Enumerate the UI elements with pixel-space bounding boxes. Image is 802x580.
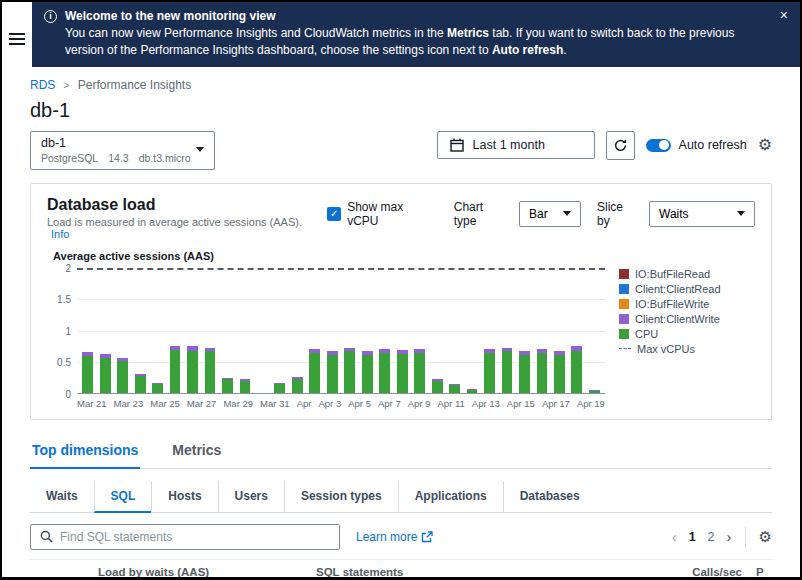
tab-session-types[interactable]: Session types (284, 481, 398, 513)
auto-refresh-toggle[interactable] (646, 139, 671, 152)
x-tick-label: Mar 31 (260, 398, 290, 409)
col-calls-per-sec[interactable]: Calls/sec (670, 566, 742, 578)
chart-type-select[interactable]: Bar (519, 201, 581, 227)
sql-search-input[interactable] (60, 530, 330, 544)
chart-type-value: Bar (529, 207, 548, 221)
slice-by-select[interactable]: Waits (649, 201, 755, 227)
chart-bar-slot[interactable] (533, 268, 550, 393)
chart-bar-slot[interactable] (393, 268, 410, 393)
legend-item-client-clientwrite[interactable]: Client:ClientWrite (619, 313, 755, 325)
bar-segment-cpu (117, 361, 128, 393)
instance-selector-dropdown[interactable]: db-1 PostgreSQL 14.3 db.t3.micro (30, 131, 215, 170)
chart-bar-slot[interactable] (79, 268, 96, 393)
dimension-tabs: Waits SQL Hosts Users Session types Appl… (30, 481, 772, 513)
bar-segment-cpu (397, 354, 408, 393)
chart-bar-slot[interactable] (166, 268, 183, 393)
tab-waits[interactable]: Waits (30, 481, 94, 513)
chart-bar-slot[interactable] (289, 268, 306, 393)
legend-item-max-vcpus[interactable]: Max vCPUs (619, 343, 755, 355)
stacked-bar (152, 383, 163, 393)
stacked-bar (589, 390, 600, 393)
chart-bar-slot[interactable] (428, 268, 445, 393)
color-swatch-icon (619, 269, 629, 279)
chart-bar-slot[interactable] (306, 268, 323, 393)
pagination-next-icon[interactable]: › (727, 529, 732, 544)
learn-more-link[interactable]: Learn more (356, 530, 433, 544)
legend-item-io-buffileread[interactable]: IO:BufFileRead (619, 268, 755, 280)
info-link[interactable]: Info (51, 228, 69, 240)
chart-bars (79, 268, 603, 393)
chart-bar-slot[interactable] (586, 268, 603, 393)
y-tick-label: 0.5 (57, 357, 71, 368)
legend-label: IO:BufFileWrite (635, 298, 709, 310)
chart-bar-slot[interactable] (498, 268, 515, 393)
chart-bar-slot[interactable] (184, 268, 201, 393)
tab-metrics[interactable]: Metrics (170, 435, 223, 469)
chart-bar-slot[interactable] (324, 268, 341, 393)
refresh-button[interactable] (606, 131, 635, 160)
chart-bar-slot[interactable] (359, 268, 376, 393)
chart-bar-slot[interactable] (271, 268, 288, 393)
time-range-value: Last 1 month (473, 138, 545, 152)
checkbox-checked-icon: ✓ (327, 207, 341, 221)
legend-item-client-clientread[interactable]: Client:ClientRead (619, 283, 755, 295)
table-settings-gear-icon[interactable]: ⚙ (759, 529, 772, 544)
breadcrumb-link-rds[interactable]: RDS (30, 78, 55, 92)
banner-title: Welcome to the new monitoring view (65, 9, 275, 23)
legend-item-io-buffilewrite[interactable]: IO:BufFileWrite (619, 298, 755, 310)
pagination-prev-icon[interactable]: ‹ (672, 529, 677, 544)
sql-table: Load by waits (AAS) SQL statements Calls… (30, 559, 772, 580)
chart-bar-slot[interactable] (516, 268, 533, 393)
legend-label: Client:ClientWrite (635, 313, 720, 325)
hamburger-menu-button[interactable] (9, 12, 25, 67)
bar-segment-cpu (187, 351, 198, 393)
instance-engine: PostgreSQL (41, 152, 98, 164)
col-sql-statements[interactable]: SQL statements (316, 566, 670, 578)
tab-top-dimensions[interactable]: Top dimensions (30, 435, 140, 469)
banner-message-part: You can now view Performance Insights an… (65, 26, 447, 40)
tab-hosts[interactable]: Hosts (151, 481, 217, 513)
chart-bar-slot[interactable] (149, 268, 166, 393)
chart-bar-slot[interactable] (131, 268, 148, 393)
bar-segment-cpu (554, 355, 565, 393)
chart-bar-slot[interactable] (568, 268, 585, 393)
pagination-page-1[interactable]: 1 (689, 530, 696, 544)
bar-segment-cpu (414, 353, 425, 393)
chart-bar-slot[interactable] (376, 268, 393, 393)
close-icon[interactable]: × (780, 8, 788, 22)
show-max-vcpu-checkbox[interactable]: ✓ Show max vCPU (327, 200, 438, 228)
stacked-bar (187, 346, 198, 392)
chart-bar-slot[interactable] (219, 268, 236, 393)
time-range-picker[interactable]: Last 1 month (437, 131, 595, 159)
chart-bar-slot[interactable] (411, 268, 428, 393)
settings-gear-icon[interactable]: ⚙ (758, 137, 772, 153)
breadcrumb: RDS > Performance Insights (30, 78, 772, 92)
tab-users[interactable]: Users (218, 481, 284, 513)
chart-bar-slot[interactable] (551, 268, 568, 393)
chart-bar-slot[interactable] (341, 268, 358, 393)
legend-label: IO:BufFileRead (635, 268, 710, 280)
bar-segment-cpu (449, 385, 460, 393)
chart-bar-slot[interactable] (201, 268, 218, 393)
chart-bar-slot[interactable] (236, 268, 253, 393)
card-head-text: Database load Load is measured in averag… (47, 196, 327, 240)
main-tabs: Top dimensions Metrics (30, 435, 772, 469)
chart-type-label: Chart type (454, 200, 509, 228)
col-load-by-waits[interactable]: Load by waits (AAS) (98, 566, 316, 578)
chart-title: Average active sessions (AAS) (53, 250, 755, 262)
pagination-page-2[interactable]: 2 (708, 530, 715, 544)
bar-segment-cpu (362, 355, 373, 393)
chart-bar-slot[interactable] (463, 268, 480, 393)
chart-bar-slot[interactable] (481, 268, 498, 393)
stacked-bar (554, 351, 565, 392)
chart-bar-slot[interactable] (446, 268, 463, 393)
tab-sql[interactable]: SQL (94, 481, 152, 513)
chart-bar-slot[interactable] (114, 268, 131, 393)
bar-segment-cpu (571, 351, 582, 393)
chart-bar-slot[interactable] (96, 268, 113, 393)
tab-databases[interactable]: Databases (503, 481, 596, 513)
stacked-bar (502, 348, 513, 393)
chart-bar-slot[interactable] (254, 268, 271, 393)
legend-item-cpu[interactable]: CPU (619, 328, 755, 340)
tab-applications[interactable]: Applications (398, 481, 503, 513)
